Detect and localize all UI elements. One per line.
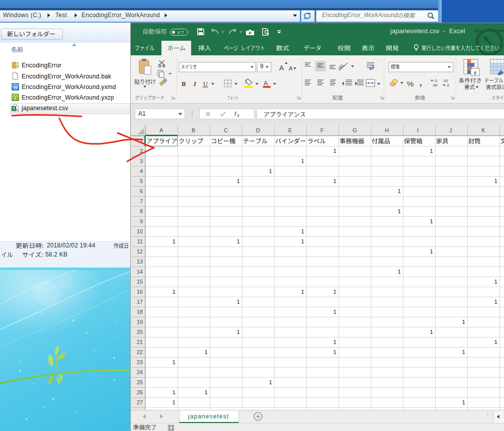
svg-text:.0: .0 xyxy=(434,78,437,83)
svg-text:I: I xyxy=(193,80,197,88)
svg-text:A: A xyxy=(279,64,284,72)
svg-text:.0: .0 xyxy=(446,83,449,88)
svg-text:U: U xyxy=(203,80,208,88)
svg-text:≠: ≠ xyxy=(474,70,477,76)
svg-text:Z: Z xyxy=(14,96,17,100)
svg-text:.00: .00 xyxy=(443,78,448,83)
svg-text:.00: .00 xyxy=(432,83,437,88)
svg-text:B: B xyxy=(182,80,186,88)
svg-text:,: , xyxy=(419,78,422,88)
svg-text:A: A xyxy=(264,79,268,87)
svg-text:A: A xyxy=(289,65,293,71)
svg-text:%: % xyxy=(407,79,413,88)
svg-text:W: W xyxy=(14,85,18,90)
